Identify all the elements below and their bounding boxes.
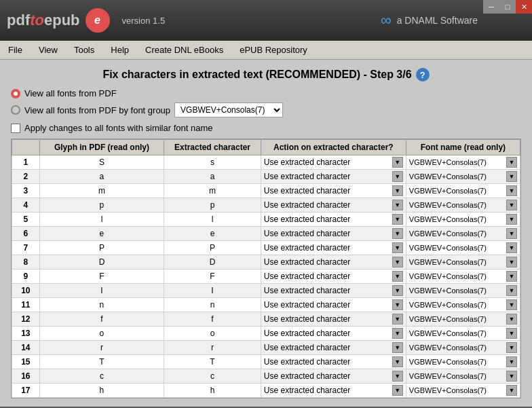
row-action[interactable]: Use extracted character▼ (261, 184, 406, 198)
font-dropdown-arrow[interactable]: ▼ (506, 157, 517, 168)
row-font[interactable]: VGBWEV+Consolas(7)▼ (406, 355, 520, 369)
font-label: VGBWEV+Consolas(7) (409, 215, 487, 223)
font-dropdown-arrow[interactable]: ▼ (506, 271, 517, 282)
row-font[interactable]: VGBWEV+Consolas(7)▼ (406, 327, 520, 341)
row-extracted: a (164, 170, 261, 184)
row-action[interactable]: Use extracted character▼ (261, 255, 406, 270)
action-dropdown-arrow[interactable]: ▼ (392, 299, 403, 310)
action-dropdown-arrow[interactable]: ▼ (392, 257, 403, 267)
action-dropdown-arrow[interactable]: ▼ (392, 385, 403, 396)
font-dropdown-arrow[interactable]: ▼ (506, 214, 517, 225)
font-dropdown-arrow[interactable]: ▼ (506, 299, 517, 310)
font-dropdown-arrow[interactable]: ▼ (506, 314, 517, 324)
maximize-button[interactable]: □ (499, 0, 516, 14)
row-num: 6 (12, 227, 40, 241)
font-dropdown-arrow[interactable]: ▼ (506, 171, 517, 182)
table-row: 13ooUse extracted character▼VGBWEV+Conso… (12, 327, 520, 341)
font-dropdown-arrow[interactable]: ▼ (506, 385, 517, 396)
font-dropdown-arrow[interactable]: ▼ (506, 228, 517, 239)
table-wrapper[interactable]: Glyph in PDF (read only) Extracted chara… (12, 139, 520, 398)
action-dropdown-arrow[interactable]: ▼ (392, 185, 403, 196)
menu-help[interactable]: Help (102, 42, 137, 58)
action-dropdown-arrow[interactable]: ▼ (392, 242, 403, 253)
row-glyph: T (39, 355, 164, 369)
font-label: VGBWEV+Consolas(7) (409, 344, 487, 352)
menu-create-dnl[interactable]: Create DNL eBooks (137, 42, 231, 58)
row-font[interactable]: VGBWEV+Consolas(7)▼ (406, 227, 520, 241)
action-label: Use extracted character (264, 157, 391, 167)
action-dropdown-arrow[interactable]: ▼ (392, 371, 403, 382)
action-dropdown-arrow[interactable]: ▼ (392, 342, 403, 353)
row-glyph: e (39, 227, 164, 241)
font-group-dropdown[interactable]: VGBWEV+Consolas(7) (174, 103, 283, 117)
action-dropdown-arrow[interactable]: ▼ (392, 271, 403, 282)
menu-view[interactable]: View (31, 42, 66, 58)
row-action[interactable]: Use extracted character▼ (261, 212, 406, 227)
similar-font-label: Apply changes to all fonts with similar … (24, 123, 212, 133)
row-action[interactable]: Use extracted character▼ (261, 341, 406, 355)
row-font[interactable]: VGBWEV+Consolas(7)▼ (406, 341, 520, 355)
font-label: VGBWEV+Consolas(7) (409, 229, 487, 238)
row-num: 11 (12, 298, 40, 312)
font-label: VGBWEV+Consolas(7) (409, 258, 487, 266)
font-dropdown-arrow[interactable]: ▼ (506, 242, 517, 253)
row-action[interactable]: Use extracted character▼ (261, 241, 406, 255)
row-action[interactable]: Use extracted character▼ (261, 298, 406, 312)
row-action[interactable]: Use extracted character▼ (261, 227, 406, 241)
row-action[interactable]: Use extracted character▼ (261, 270, 406, 284)
row-font[interactable]: VGBWEV+Consolas(7)▼ (406, 184, 520, 198)
row-action[interactable]: Use extracted character▼ (261, 327, 406, 341)
row-font[interactable]: VGBWEV+Consolas(7)▼ (406, 198, 520, 212)
minimize-button[interactable]: ─ (483, 0, 499, 14)
row-action[interactable]: Use extracted character▼ (261, 170, 406, 184)
row-action[interactable]: Use extracted character▼ (261, 355, 406, 369)
font-dropdown-arrow[interactable]: ▼ (506, 328, 517, 339)
menu-file[interactable]: File (0, 42, 31, 58)
row-action[interactable]: Use extracted character▼ (261, 155, 406, 170)
help-icon[interactable]: ? (416, 68, 430, 81)
row-action[interactable]: Use extracted character▼ (261, 312, 406, 327)
row-extracted: n (164, 298, 261, 312)
row-font[interactable]: VGBWEV+Consolas(7)▼ (406, 312, 520, 327)
row-action[interactable]: Use extracted character▼ (261, 369, 406, 384)
row-font[interactable]: VGBWEV+Consolas(7)▼ (406, 212, 520, 227)
row-font[interactable]: VGBWEV+Consolas(7)▼ (406, 298, 520, 312)
font-dropdown-arrow[interactable]: ▼ (506, 200, 517, 210)
action-dropdown-arrow[interactable]: ▼ (392, 200, 403, 210)
similar-font-checkbox[interactable] (11, 124, 20, 133)
font-dropdown-arrow[interactable]: ▼ (506, 342, 517, 353)
row-action[interactable]: Use extracted character▼ (261, 384, 406, 398)
action-dropdown-arrow[interactable]: ▼ (392, 171, 403, 182)
font-dropdown-arrow[interactable]: ▼ (506, 285, 517, 296)
row-font[interactable]: VGBWEV+Consolas(7)▼ (406, 270, 520, 284)
row-font[interactable]: VGBWEV+Consolas(7)▼ (406, 284, 520, 298)
row-font[interactable]: VGBWEV+Consolas(7)▼ (406, 384, 520, 398)
row-num: 1 (12, 155, 40, 170)
row-font[interactable]: VGBWEV+Consolas(7)▼ (406, 241, 520, 255)
font-dropdown-arrow[interactable]: ▼ (506, 356, 517, 367)
action-dropdown-arrow[interactable]: ▼ (392, 285, 403, 296)
table-row: 9FFUse extracted character▼VGBWEV+Consol… (12, 270, 520, 284)
row-font[interactable]: VGBWEV+Consolas(7)▼ (406, 255, 520, 270)
font-dropdown-arrow[interactable]: ▼ (506, 257, 517, 267)
radio-by-group[interactable] (11, 105, 20, 115)
row-font[interactable]: VGBWEV+Consolas(7)▼ (406, 369, 520, 384)
action-dropdown-arrow[interactable]: ▼ (392, 157, 403, 168)
action-dropdown-arrow[interactable]: ▼ (392, 356, 403, 367)
action-dropdown-arrow[interactable]: ▼ (392, 314, 403, 324)
action-dropdown-arrow[interactable]: ▼ (392, 328, 403, 339)
row-font[interactable]: VGBWEV+Consolas(7)▼ (406, 155, 520, 170)
menu-tools[interactable]: Tools (66, 42, 102, 58)
row-font[interactable]: VGBWEV+Consolas(7)▼ (406, 170, 520, 184)
font-dropdown-arrow[interactable]: ▼ (506, 185, 517, 196)
action-dropdown-arrow[interactable]: ▼ (392, 228, 403, 239)
menu-epub-repo[interactable]: ePUB Repository (231, 42, 316, 58)
row-action[interactable]: Use extracted character▼ (261, 284, 406, 298)
action-label: Use extracted character (264, 314, 391, 324)
action-dropdown-arrow[interactable]: ▼ (392, 214, 403, 225)
radio-all-fonts[interactable] (11, 89, 20, 98)
window-controls[interactable]: ─ □ ✕ (483, 0, 532, 14)
font-dropdown-arrow[interactable]: ▼ (506, 371, 517, 382)
row-action[interactable]: Use extracted character▼ (261, 198, 406, 212)
close-button[interactable]: ✕ (516, 0, 532, 14)
